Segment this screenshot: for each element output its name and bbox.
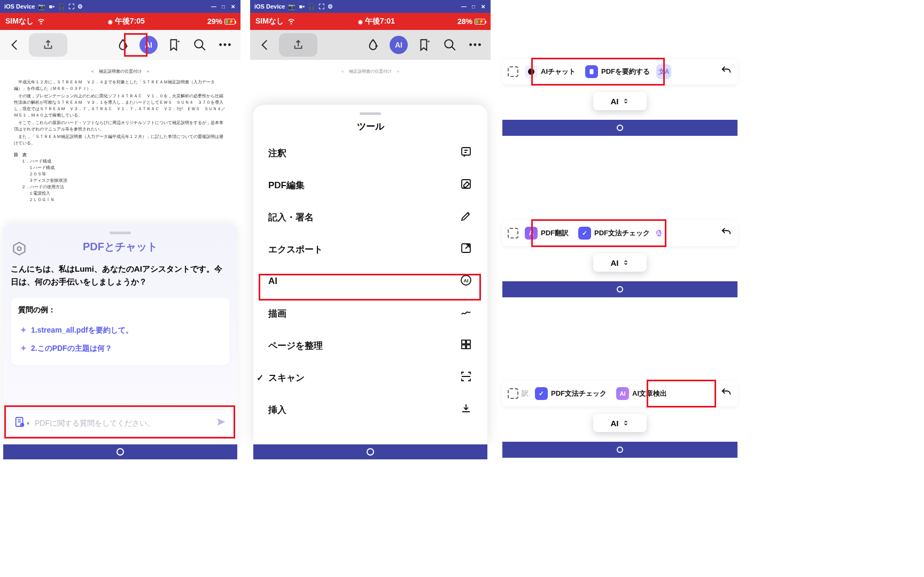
share-button[interactable] — [279, 33, 317, 57]
mini-toolbar: 訳 ✓ PDF文法チェック AI AI文章検出 — [502, 381, 737, 406]
pdf-para: 平成元年１２月に，ＳＴＲＥＡＭ Ｖ２．４までを対象とした「ＳＴＲＥＡＭ補足説明書… — [14, 79, 227, 92]
select-icon[interactable] — [508, 388, 518, 399]
tools-sheet: ツール 注釈 PDF編集 記入・署名 エクスポート AI AI 描画 ページを整… — [253, 105, 487, 444]
minimize-button[interactable]: — — [211, 3, 217, 10]
gear-icon[interactable]: ⚙ — [328, 3, 333, 10]
toc-item: ２ＯＳ等 — [29, 171, 227, 178]
wifi-icon — [37, 17, 45, 27]
drag-handle[interactable] — [360, 112, 381, 115]
ink-button[interactable] — [111, 33, 135, 57]
example-prompt[interactable]: ✦ 1.stream_all.pdfを要約して。 — [18, 321, 222, 340]
select-icon[interactable] — [508, 228, 518, 239]
search-button[interactable] — [188, 33, 212, 57]
chip-ai-chat[interactable]: AIチャット — [522, 63, 579, 80]
close-button[interactable]: ✕ — [480, 3, 486, 10]
audio-icon[interactable]: 🎧 — [308, 3, 315, 10]
status-bar: SIMなし ◉ 午後7:05 29% ⚡ — [0, 13, 240, 30]
sheet-title: ツール — [253, 120, 487, 133]
share-button[interactable] — [29, 33, 67, 57]
expand-icon[interactable]: ⛶ — [68, 3, 74, 10]
svg-rect-20 — [467, 345, 470, 349]
battery-icon: ⚡ — [475, 19, 485, 25]
pen-icon — [460, 210, 472, 225]
home-indicator-icon[interactable] — [617, 286, 623, 293]
example-prompt[interactable]: ✦ 2.このPDFの主題は何？ — [18, 340, 222, 358]
chip-grammar[interactable]: ✓ PDF文法チェック — [532, 385, 610, 402]
tool-edit[interactable]: PDF編集 — [253, 169, 487, 201]
audio-icon[interactable]: 🎧 — [58, 3, 65, 10]
chat-input[interactable] — [35, 419, 216, 427]
select-icon[interactable] — [508, 66, 518, 77]
svg-point-23 — [532, 71, 533, 72]
minimize-button[interactable]: — — [461, 3, 467, 10]
close-button[interactable]: ✕ — [230, 3, 236, 10]
tool-scan[interactable]: ✓ スキャン — [253, 361, 487, 394]
svg-point-22 — [530, 71, 531, 72]
svg-marker-2 — [14, 242, 25, 255]
sim-status: SIMなし — [255, 17, 284, 26]
chip-translate[interactable]: A PDF翻訳 — [522, 225, 572, 242]
bookmark-button[interactable] — [162, 33, 186, 57]
undo-button[interactable] — [720, 226, 732, 240]
home-indicator-icon[interactable] — [617, 125, 623, 131]
device-label: iOS Device — [254, 3, 285, 10]
gear-icon[interactable]: ⚙ — [77, 3, 83, 10]
examples-box: 質問の例： ✦ 1.stream_all.pdfを要約して。 ✦ 2.このPDF… — [11, 298, 230, 365]
undo-button[interactable] — [720, 387, 732, 401]
tool-draw[interactable]: 描画 — [253, 297, 487, 329]
window-titlebar: iOS Device 📷 ■• 🎧 ⛶ ⚙ — □ ✕ — [0, 0, 240, 13]
more-button[interactable]: ••• — [214, 33, 237, 57]
camera-icon[interactable]: 📷 — [288, 3, 296, 10]
chat-input-bar: ▾ — [9, 410, 232, 436]
sort-icon — [622, 259, 630, 266]
drag-handle[interactable] — [110, 232, 131, 234]
expand-icon[interactable]: ⛶ — [319, 3, 324, 10]
ink-button[interactable] — [361, 33, 385, 57]
maximize-button[interactable]: □ — [470, 3, 477, 10]
tool-insert[interactable]: 挿入 — [253, 394, 487, 426]
doc-icon — [585, 65, 598, 78]
chip-grammar[interactable]: ✓ PDF文法チェック — [575, 225, 653, 242]
tool-annotate[interactable]: 注釈 — [253, 137, 487, 169]
ai-popover[interactable]: AI — [593, 414, 647, 432]
ai-button[interactable]: AI — [387, 33, 410, 57]
video-icon[interactable]: ■• — [299, 3, 305, 10]
search-button[interactable] — [438, 33, 462, 57]
tool-ai[interactable]: AI AI — [253, 265, 487, 297]
tool-organize[interactable]: ページを整理 — [253, 329, 487, 361]
check-icon: ✓ — [257, 373, 263, 383]
pdf-content[interactable]: ＜ 補足説明書の位置付け ＞ 平成元年１２月に，ＳＴＲＥＡＭ Ｖ２．４までを対象… — [0, 60, 240, 226]
camera-icon[interactable]: 📷 — [38, 3, 45, 10]
home-indicator-icon[interactable] — [117, 448, 124, 456]
send-button[interactable] — [216, 417, 227, 429]
bookmark-button[interactable] — [413, 33, 436, 57]
ai-button[interactable]: AI — [137, 33, 160, 57]
home-indicator-icon[interactable] — [617, 447, 623, 453]
ai-icon: AI — [460, 274, 472, 289]
maximize-button[interactable]: □ — [220, 3, 227, 10]
video-icon[interactable]: ■• — [49, 3, 55, 10]
svg-rect-24 — [590, 69, 594, 74]
time-label: 午後7:05 — [115, 17, 145, 25]
ai-badge-icon[interactable]: AI — [656, 230, 662, 236]
ai-popover[interactable]: AI — [593, 253, 647, 272]
chip-ai-detect[interactable]: AI AI文章検出 — [613, 385, 670, 402]
sort-icon — [622, 97, 630, 105]
annotate-icon — [460, 145, 472, 161]
tool-sign[interactable]: 記入・署名 — [253, 201, 487, 233]
toc-item: ３ディスク割振状況 — [29, 178, 227, 184]
tool-export[interactable]: エクスポート — [253, 233, 487, 265]
undo-button[interactable] — [720, 65, 732, 79]
pdf-para: また，「ＳＴＲＥＡＭ補足説明書（入力データ編平成元年１２月）」に記した事項につい… — [14, 134, 227, 147]
back-button[interactable] — [3, 33, 27, 57]
back-button[interactable] — [253, 33, 277, 57]
doc-picker-icon[interactable] — [14, 416, 26, 430]
ai-popover[interactable]: AI — [593, 92, 647, 110]
chip-summarize[interactable]: PDFを要約する — [582, 63, 653, 80]
svg-text:AI: AI — [464, 278, 469, 283]
home-indicator-icon[interactable] — [367, 448, 374, 456]
more-button[interactable]: ••• — [464, 33, 487, 57]
picker-caret-icon[interactable]: ▾ — [27, 420, 29, 426]
battery-icon: ⚡ — [224, 19, 235, 25]
translate-badge-icon[interactable]: 文A — [656, 64, 671, 79]
